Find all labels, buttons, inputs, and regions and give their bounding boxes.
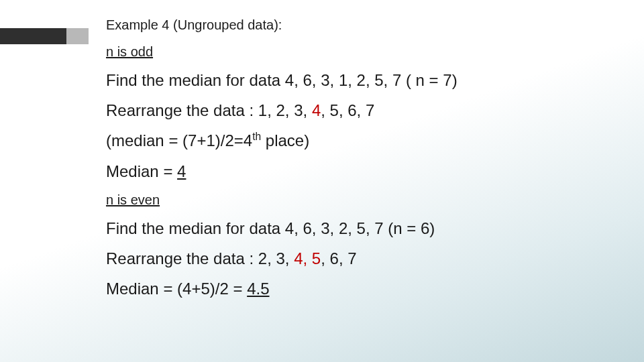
even-rearrange-post: , 6, 7 xyxy=(321,249,356,267)
accent-bar-dark xyxy=(0,28,66,44)
odd-result-line: Median = 4 xyxy=(106,161,602,182)
odd-result-pre: Median = xyxy=(106,162,177,180)
odd-formula-line: (median = (7+1)/2=4th place) xyxy=(106,130,602,151)
odd-formula-pre: (median = (7+1)/2=4 xyxy=(106,131,252,149)
odd-heading: n is odd xyxy=(106,43,602,60)
odd-result-value: 4 xyxy=(177,162,186,180)
accent-bar-light xyxy=(66,28,89,44)
odd-rearrange-highlight: 4 xyxy=(312,101,321,119)
slide-content: Example 4 (Ungrouped data): n is odd Fin… xyxy=(106,16,602,308)
even-result-value: 4.5 xyxy=(247,280,269,298)
odd-formula-post: place) xyxy=(261,131,309,149)
even-rearrange-highlight: 4, 5 xyxy=(294,249,321,267)
even-rearrange-line: Rearrange the data : 2, 3, 4, 5, 6, 7 xyxy=(106,248,602,269)
even-heading: n is even xyxy=(106,191,602,208)
even-heading-text: n is even xyxy=(106,192,160,207)
slide: Example 4 (Ungrouped data): n is odd Fin… xyxy=(0,0,644,362)
odd-formula-sup: th xyxy=(252,131,261,142)
odd-rearrange-line: Rearrange the data : 1, 2, 3, 4, 5, 6, 7 xyxy=(106,100,602,121)
even-find-line: Find the median for data 4, 6, 3, 2, 5, … xyxy=(106,218,602,239)
even-rearrange-pre: Rearrange the data : 2, 3, xyxy=(106,249,294,267)
odd-heading-text: n is odd xyxy=(106,44,153,59)
accent-bar xyxy=(0,28,89,44)
odd-find-line: Find the median for data 4, 6, 3, 1, 2, … xyxy=(106,70,602,90)
odd-rearrange-pre: Rearrange the data : 1, 2, 3, xyxy=(106,101,312,119)
odd-rearrange-post: , 5, 6, 7 xyxy=(321,101,374,119)
even-result-pre: Median = (4+5)/2 = xyxy=(106,280,247,298)
example-title: Example 4 (Ungrouped data): xyxy=(106,16,602,34)
even-result-line: Median = (4+5)/2 = 4.5 xyxy=(106,278,602,299)
